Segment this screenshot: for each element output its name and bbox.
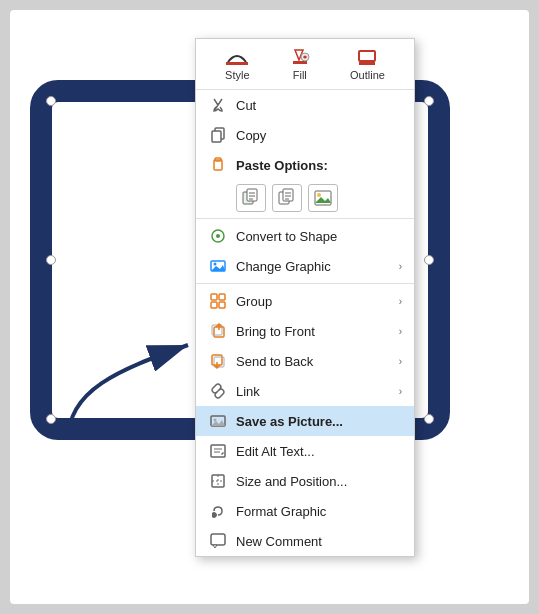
svg-rect-7 xyxy=(212,131,221,142)
paste-options-label: Paste Options: xyxy=(236,158,402,173)
separator-2 xyxy=(196,283,414,284)
svg-rect-5 xyxy=(359,62,375,65)
change-graphic-arrow: › xyxy=(399,261,402,272)
edit-alt-text-icon xyxy=(208,441,228,461)
format-graphic-item[interactable]: Format Graphic xyxy=(196,496,414,526)
style-icon xyxy=(225,47,249,67)
svg-marker-27 xyxy=(211,265,225,271)
fill-label: Fill xyxy=(293,69,307,81)
copy-label: Copy xyxy=(236,128,402,143)
link-label: Link xyxy=(236,384,395,399)
change-graphic-label: Change Graphic xyxy=(236,259,395,274)
size-and-position-item[interactable]: Size and Position... xyxy=(196,466,414,496)
paste-use-destination[interactable] xyxy=(272,184,302,212)
copy-item[interactable]: Copy xyxy=(196,120,414,150)
svg-line-36 xyxy=(216,389,220,393)
handle-tl xyxy=(46,96,56,106)
handle-ml xyxy=(46,255,56,265)
group-icon xyxy=(208,291,228,311)
handle-tr xyxy=(424,96,434,106)
outline-button[interactable]: Outline xyxy=(344,45,391,83)
new-comment-icon xyxy=(208,531,228,551)
link-item[interactable]: Link › xyxy=(196,376,414,406)
svg-rect-46 xyxy=(211,534,225,545)
svg-rect-29 xyxy=(219,294,225,300)
svg-point-24 xyxy=(216,234,220,238)
handle-br xyxy=(424,414,434,424)
edit-alt-text-label: Edit Alt Text... xyxy=(236,444,402,459)
size-and-position-label: Size and Position... xyxy=(236,474,402,489)
format-graphic-icon xyxy=(208,501,228,521)
link-icon xyxy=(208,381,228,401)
cut-item[interactable]: Cut xyxy=(196,90,414,120)
bring-to-front-arrow: › xyxy=(399,326,402,337)
send-to-back-icon xyxy=(208,351,228,371)
handle-mr xyxy=(424,255,434,265)
edit-alt-text-item[interactable]: Edit Alt Text... xyxy=(196,436,414,466)
mini-toolbar: Style Fill Outline xyxy=(196,39,414,90)
convert-to-shape-label: Convert to Shape xyxy=(236,229,402,244)
save-as-picture-item[interactable]: Save as Picture... xyxy=(196,406,414,436)
paste-options-header: Paste Options: xyxy=(196,150,414,180)
new-comment-item[interactable]: New Comment xyxy=(196,526,414,556)
style-label: Style xyxy=(225,69,249,81)
send-to-back-label: Send to Back xyxy=(236,354,395,369)
format-graphic-label: Format Graphic xyxy=(236,504,402,519)
outline-icon xyxy=(355,47,379,67)
send-to-back-item[interactable]: Send to Back › xyxy=(196,346,414,376)
svg-rect-40 xyxy=(211,445,225,457)
copy-icon xyxy=(208,125,228,145)
save-as-picture-label: Save as Picture... xyxy=(236,414,402,429)
svg-point-21 xyxy=(317,193,321,197)
group-arrow: › xyxy=(399,296,402,307)
change-graphic-item[interactable]: Change Graphic › xyxy=(196,251,414,281)
send-to-back-arrow: › xyxy=(399,356,402,367)
svg-rect-30 xyxy=(211,302,217,308)
svg-rect-4 xyxy=(359,51,375,61)
bring-to-front-item[interactable]: Bring to Front › xyxy=(196,316,414,346)
svg-rect-1 xyxy=(226,62,248,65)
svg-rect-31 xyxy=(219,302,225,308)
svg-marker-39 xyxy=(211,420,225,426)
context-menu: Style Fill Outline xyxy=(195,38,415,557)
convert-to-shape-item[interactable]: Convert to Shape xyxy=(196,221,414,251)
svg-point-26 xyxy=(214,263,217,266)
handle-bl xyxy=(46,414,56,424)
paste-options-row xyxy=(196,180,414,216)
link-arrow: › xyxy=(399,386,402,397)
svg-rect-28 xyxy=(211,294,217,300)
bring-to-front-icon xyxy=(208,321,228,341)
svg-point-38 xyxy=(214,419,217,422)
new-comment-label: New Comment xyxy=(236,534,402,549)
svg-marker-47 xyxy=(213,545,217,548)
paste-keep-source[interactable] xyxy=(236,184,266,212)
change-graphic-icon xyxy=(208,256,228,276)
separator-1 xyxy=(196,218,414,219)
fill-icon xyxy=(288,47,312,67)
paste-as-picture[interactable] xyxy=(308,184,338,212)
cut-label: Cut xyxy=(236,98,402,113)
group-item[interactable]: Group › xyxy=(196,286,414,316)
save-as-picture-icon xyxy=(208,411,228,431)
outline-label: Outline xyxy=(350,69,385,81)
cut-icon xyxy=(208,95,228,115)
style-button[interactable]: Style xyxy=(219,45,255,83)
fill-button[interactable]: Fill xyxy=(282,45,318,83)
bring-to-front-label: Bring to Front xyxy=(236,324,395,339)
group-label: Group xyxy=(236,294,395,309)
size-and-position-icon xyxy=(208,471,228,491)
convert-to-shape-icon xyxy=(208,226,228,246)
paste-options-icon xyxy=(208,155,228,175)
